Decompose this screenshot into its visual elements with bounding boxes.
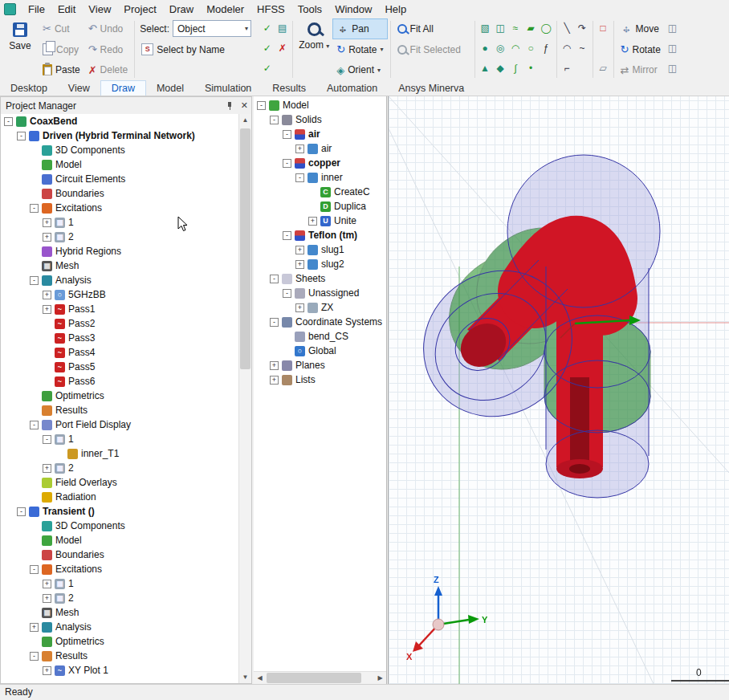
menu-tools[interactable]: Tools [291,2,328,17]
tree-item[interactable]: ▦Mesh [1,605,239,620]
xred-icon[interactable]: ✗ [275,42,289,55]
tab-ansys-minerva[interactable]: Ansys Minerva [388,81,474,96]
collapse-toggle[interactable]: - [4,117,13,126]
tree-item[interactable]: +UUnite [254,214,386,228]
move-button[interactable]: ↔↕ Move [617,18,665,39]
tree-item[interactable]: inner_T1 [1,446,239,461]
tree-item[interactable]: bend_CS [254,329,386,344]
tree-item[interactable]: CCreateC [254,185,386,199]
tree-item[interactable]: +▦2 [1,461,239,475]
check-icon[interactable]: ✓ [260,42,274,55]
tree-item[interactable]: +Planes [254,358,386,372]
mirror-button[interactable]: ⇄ Mirror [617,59,665,80]
menu-hfss[interactable]: HFSS [250,2,291,17]
expand-toggle[interactable]: + [43,464,51,473]
collapse-toggle[interactable]: - [283,130,291,139]
book-icon[interactable]: ▤ [275,22,289,35]
tree-item[interactable]: +Lists [254,372,386,387]
tree-item[interactable]: +slug1 [254,242,386,257]
tree-item[interactable]: +▦2 [1,230,239,244]
tab-simulation[interactable]: Simulation [194,81,262,96]
tree-item[interactable]: -Model [254,98,386,112]
collapse-toggle[interactable]: - [283,231,291,240]
tree-item[interactable]: Radiation [1,490,239,504]
tree-item[interactable]: Optimetrics [1,389,239,403]
zoom-button[interactable]: Zoom ▾ [295,18,332,80]
tab-results[interactable]: Results [262,81,316,96]
expand-toggle[interactable]: + [43,580,51,588]
pan-button[interactable]: ↔↕ Pan [332,18,387,39]
cut-button[interactable]: ✂Cut [39,18,84,39]
menu-project[interactable]: Project [117,2,162,17]
expand-toggle[interactable]: + [295,144,304,153]
rotate-transform-button[interactable]: ↻ Rotate [617,39,665,60]
tab-automation[interactable]: Automation [316,81,388,96]
tree-item[interactable]: 3D Components [1,519,239,533]
tree-item[interactable]: +○5GHzBB [1,287,239,302]
tree-item[interactable]: ~Pass2 [1,316,239,331]
tree-item[interactable]: ~Pass6 [1,374,239,389]
close-icon[interactable]: ✕ [241,101,248,110]
check-icon[interactable]: ✓ [260,62,274,75]
menu-edit[interactable]: Edit [51,2,82,17]
tree-item[interactable]: Model [1,157,239,172]
menu-file[interactable]: File [22,2,51,17]
tree-item[interactable]: +~XY Plot 1 [1,663,239,678]
collapse-toggle[interactable]: - [257,101,266,110]
tree-item[interactable]: +air [254,141,386,156]
tool-icon[interactable]: ▱ [597,62,610,75]
expand-toggle[interactable]: + [30,623,39,632]
tree-item[interactable]: +▦2 [1,591,239,605]
tree-item[interactable]: -air [254,127,386,141]
menu-draw[interactable]: Draw [163,2,200,17]
tree-item[interactable]: ○Global [254,344,386,358]
scroll-down-icon[interactable]: ▼ [239,671,251,683]
undo-button[interactable]: ↶Undo [84,18,132,39]
3d-viewport[interactable]: Z Y X 0 [388,96,729,684]
select-by-name-button[interactable]: S Select by Name [137,39,259,60]
fit-selected-button[interactable]: Fit Selected [393,39,472,60]
collapse-toggle[interactable]: - [270,116,279,124]
tree-item[interactable]: +▦1 [1,215,239,230]
ellipse2-icon[interactable]: ◯ [540,22,553,35]
tree-item[interactable]: 3D Components [1,143,239,157]
tree-item[interactable]: Model [1,533,239,547]
scrollbar-thumb[interactable] [240,128,250,369]
tree-item[interactable]: -Excitations [1,562,239,576]
colbox-icon[interactable]: ◫ [666,42,678,55]
tree-item[interactable]: -▦1 [1,432,239,446]
scroll-right-icon[interactable]: ▶ [374,672,386,684]
collapse-toggle[interactable]: - [270,318,279,327]
cube-icon[interactable]: ▧ [479,22,492,35]
tab-desktop[interactable]: Desktop [0,81,58,96]
tree-item[interactable]: -Port Field Display [1,417,239,432]
cyl-icon[interactable]: ◫ [494,22,507,35]
expand-toggle[interactable]: + [270,361,279,370]
model-tree-hscrollbar[interactable]: ◀ ▶ [254,671,386,684]
arc-icon[interactable]: ◠ [560,42,574,55]
expand-toggle[interactable]: + [295,246,304,254]
expand-toggle[interactable]: + [43,666,51,675]
colbox-icon[interactable]: ◫ [666,62,678,75]
tree-item[interactable]: -Unassigned [254,286,386,300]
paste-button[interactable]: Paste [39,59,84,80]
tree-item[interactable]: -copper [254,156,386,170]
tree-item[interactable]: Results [1,403,239,417]
dot-icon[interactable]: • [524,62,538,75]
menu-modeler[interactable]: Modeler [200,2,250,17]
save-button[interactable]: Save [2,18,39,80]
tree-item[interactable]: Hybrid Regions [1,244,239,258]
tree-item[interactable]: +Analysis [1,620,239,634]
collapse-toggle[interactable]: - [30,652,39,661]
tree-item[interactable]: ▦Mesh [1,258,239,273]
tree-item[interactable]: -Analysis [1,273,239,287]
tree-item[interactable]: -Coordinate Systems [254,315,386,329]
spline-icon[interactable]: ~ [576,42,589,55]
collapse-toggle[interactable]: - [17,507,26,516]
colbox-icon[interactable]: ◫ [666,22,678,35]
tab-view[interactable]: View [58,81,100,96]
expand-toggle[interactable]: + [308,217,317,226]
scroll-left-icon[interactable]: ◀ [254,672,266,684]
tree-item[interactable]: Boundaries [1,186,239,201]
collapse-toggle[interactable]: - [30,421,39,429]
